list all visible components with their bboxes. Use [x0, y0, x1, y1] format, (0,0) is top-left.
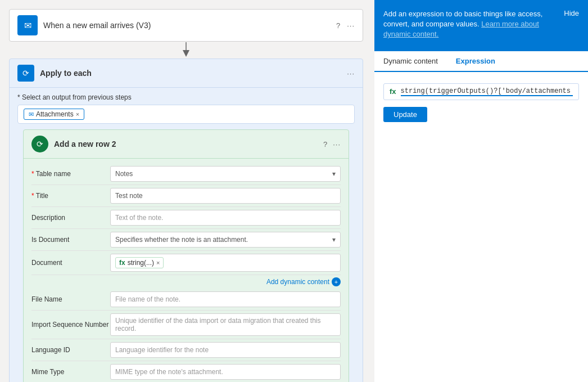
- panel-top-header: Add an expression to do basic things lik…: [383, 9, 579, 40]
- field-input-language-id[interactable]: Language identifier for the note: [110, 342, 341, 358]
- add-dynamic-label[interactable]: Add dynamic content: [266, 278, 329, 286]
- row-icon: ⟳: [31, 136, 48, 152]
- trigger-more-icon[interactable]: ···: [347, 21, 355, 30]
- row-more-icon[interactable]: ···: [333, 140, 341, 149]
- field-row-file-name: File Name File name of the note.: [31, 289, 341, 311]
- field-label-table-name: * Table name: [31, 170, 110, 178]
- field-label-language-id: Language ID: [31, 346, 110, 354]
- row-header-left: ⟳ Add a new row 2: [31, 136, 116, 152]
- attach-chip-icon: ✉: [29, 111, 34, 118]
- field-label-import-seq: Import Sequence Number: [31, 321, 110, 329]
- panel-top: Add an expression to do basic things lik…: [374, 0, 588, 51]
- apply-body: * Select an output from previous steps ✉…: [10, 88, 363, 382]
- field-label-mime-type: Mime Type: [31, 368, 110, 376]
- attachments-chip-close[interactable]: ×: [76, 111, 79, 118]
- update-button[interactable]: Update: [383, 107, 427, 122]
- field-label-file-name: File Name: [31, 295, 110, 303]
- expression-text[interactable]: string(triggerOutputs()?['body/attachmen…: [401, 87, 573, 96]
- trigger-right: ? ···: [336, 21, 355, 30]
- table-name-value: Notes: [115, 170, 133, 178]
- add-dynamic-button[interactable]: +: [332, 277, 341, 286]
- field-row-import-seq: Import Sequence Number Unique identifier…: [31, 311, 341, 339]
- field-row-table-name: * Table name Notes ▾: [31, 163, 341, 185]
- field-input-file-name[interactable]: File name of the note.: [110, 291, 341, 307]
- is-document-chevron: ▾: [332, 236, 336, 244]
- row-title: Add a new row 2: [54, 140, 116, 149]
- fx-chip: fx string(...) ×: [115, 257, 164, 268]
- field-row-mime-type: Mime Type MIME type of the note's attach…: [31, 361, 341, 382]
- svg-marker-1: [183, 50, 189, 57]
- dynamic-content-bar: Add dynamic content +: [31, 275, 341, 289]
- field-input-import-seq[interactable]: Unique identifier of the data import or …: [110, 313, 341, 336]
- field-input-description[interactable]: Text of the note.: [110, 210, 341, 226]
- mime-type-value: MIME type of the note's attachment.: [115, 368, 223, 376]
- expression-input-row: fx string(triggerOutputs()?['body/attach…: [383, 83, 579, 100]
- apply-icon: ⟳: [17, 65, 34, 82]
- field-label-is-document: Is Document: [31, 236, 110, 244]
- hide-button[interactable]: Hide: [564, 9, 579, 17]
- field-row-document: Document fx string(...) ×: [31, 251, 341, 275]
- trigger-block: ✉ When a new email arrives (V3) ? ···: [9, 9, 363, 42]
- fx-chip-close[interactable]: ×: [156, 259, 160, 266]
- field-input-is-document[interactable]: Specifies whether the note is an attachm…: [110, 232, 341, 248]
- field-input-document[interactable]: fx string(...) ×: [110, 254, 341, 272]
- email-trigger-icon: ✉: [17, 15, 38, 35]
- import-seq-value: Unique identifier of the data import or …: [115, 317, 336, 332]
- row-help-icon[interactable]: ?: [323, 140, 327, 149]
- row-body: * Table name Notes ▾ * Title Test note: [24, 159, 349, 382]
- field-label-description: Description: [31, 214, 110, 222]
- main-canvas: ✉ When a new email arrives (V3) ? ··· ⟳ …: [0, 0, 374, 382]
- field-input-table-name[interactable]: Notes ▾: [110, 166, 341, 182]
- tab-dynamic-content[interactable]: Dynamic content: [374, 51, 447, 72]
- apply-to-each-block: ⟳ Apply to each ··· * Select an output f…: [9, 59, 363, 382]
- is-document-value: Specifies whether the note is an attachm…: [115, 236, 248, 244]
- fx-label-icon: fx: [119, 259, 125, 267]
- fx-panel-label: fx: [390, 87, 396, 96]
- apply-title: Apply to each: [40, 69, 92, 78]
- trigger-help-icon[interactable]: ?: [336, 21, 340, 30]
- field-input-mime-type[interactable]: MIME type of the note's attachment.: [110, 364, 341, 380]
- attachments-input[interactable]: ✉ Attachments ×: [17, 105, 355, 124]
- right-panel: Add an expression to do basic things lik…: [374, 0, 588, 382]
- select-label: * Select an output from previous steps: [17, 93, 355, 101]
- fx-value: string(...): [128, 259, 154, 267]
- apply-header: ⟳ Apply to each ···: [10, 59, 363, 88]
- connector-arrow: [9, 42, 363, 59]
- trigger-left: ✉ When a new email arrives (V3): [17, 15, 151, 35]
- row-header-actions: ? ···: [323, 140, 341, 149]
- field-row-is-document: Is Document Specifies whether the note i…: [31, 229, 341, 251]
- field-label-title: * Title: [31, 192, 110, 200]
- table-name-chevron: ▾: [332, 170, 336, 178]
- attachments-chip: ✉ Attachments ×: [24, 109, 84, 120]
- title-value: Test note: [115, 192, 143, 200]
- attachments-chip-label: Attachments: [36, 110, 74, 118]
- row-header: ⟳ Add a new row 2 ? ···: [24, 130, 349, 159]
- field-row-title: * Title Test note: [31, 185, 341, 207]
- apply-header-left: ⟳ Apply to each: [17, 65, 92, 82]
- description-value: Text of the note.: [115, 214, 163, 222]
- add-new-row-block: ⟳ Add a new row 2 ? ··· * Table name Not…: [23, 129, 349, 382]
- panel-top-description: Add an expression to do basic things lik…: [383, 9, 564, 40]
- panel-tabs: Dynamic content Expression: [374, 51, 588, 72]
- language-id-value: Language identifier for the note: [115, 346, 209, 354]
- field-row-language-id: Language ID Language identifier for the …: [31, 339, 341, 361]
- file-name-value: File name of the note.: [115, 295, 180, 303]
- panel-content: fx string(triggerOutputs()?['body/attach…: [374, 72, 588, 382]
- field-row-description: Description Text of the note.: [31, 207, 341, 229]
- field-label-document: Document: [31, 259, 110, 267]
- tab-expression[interactable]: Expression: [447, 51, 504, 72]
- trigger-title: When a new email arrives (V3): [43, 21, 151, 30]
- apply-more-icon[interactable]: ···: [347, 69, 355, 78]
- field-input-title[interactable]: Test note: [110, 188, 341, 204]
